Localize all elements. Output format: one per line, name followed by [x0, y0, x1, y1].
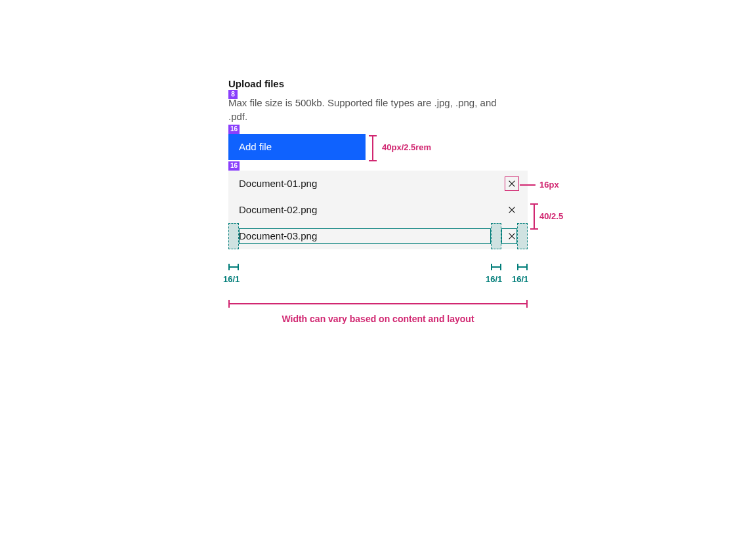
close-icon: [507, 179, 516, 188]
spacing-badge-after-heading: 8: [228, 90, 238, 99]
row-height-annotation: 40/2.5: [539, 211, 563, 221]
row3-right-padding-highlight: [517, 223, 528, 249]
width-caption: Width can vary based on content and layo…: [228, 314, 528, 324]
file-row-1-remove-button[interactable]: [507, 178, 517, 189]
file-row-3: Document-03.png: [228, 223, 528, 249]
close-icon: [507, 232, 516, 241]
teal-bracket-right: [517, 264, 528, 270]
uploader-heading: Upload files: [228, 77, 528, 91]
file-row-1: Document-01.png: [228, 171, 528, 197]
teal-bracket-mid: [491, 264, 501, 270]
button-height-annotation: 40px/2.5rem: [382, 142, 431, 152]
button-height-measure-bar: [369, 135, 377, 161]
add-file-button[interactable]: Add file: [228, 134, 366, 160]
spacing-badge-after-button: 16: [228, 161, 240, 171]
file-row-3-name: Document-03.png: [239, 230, 317, 241]
spacing-badge-before-button: 16: [228, 125, 240, 134]
file-uploader-spec: Upload files 8 Max file size is 500kb. S…: [228, 77, 528, 249]
row-height-measure-bar: [530, 203, 538, 230]
teal-label-mid: 16/1: [486, 274, 502, 284]
row3-left-padding-highlight: [228, 223, 239, 249]
file-row-3-remove-button[interactable]: [507, 231, 517, 241]
teal-bracket-left: [228, 264, 239, 270]
teal-label-right: 16/1: [512, 274, 528, 284]
teal-label-left: 16/1: [223, 274, 240, 284]
file-list: Document-01.png 8 Document-02.png 8 Docu…: [228, 171, 528, 249]
close-icon-size-annotation: 16px: [539, 180, 559, 190]
close-icon: [507, 205, 516, 215]
uploader-description: Max file size is 500kb. Supported file t…: [228, 96, 501, 123]
file-row-2-remove-button[interactable]: [507, 205, 517, 215]
row3-mid-padding-highlight: [491, 223, 501, 249]
file-row-2: Document-02.png: [228, 197, 528, 223]
file-row-2-name: Document-02.png: [239, 204, 317, 215]
add-file-button-label: Add file: [239, 141, 272, 152]
file-row-1-name: Document-01.png: [239, 178, 317, 189]
close-icon-connector: [520, 184, 536, 186]
